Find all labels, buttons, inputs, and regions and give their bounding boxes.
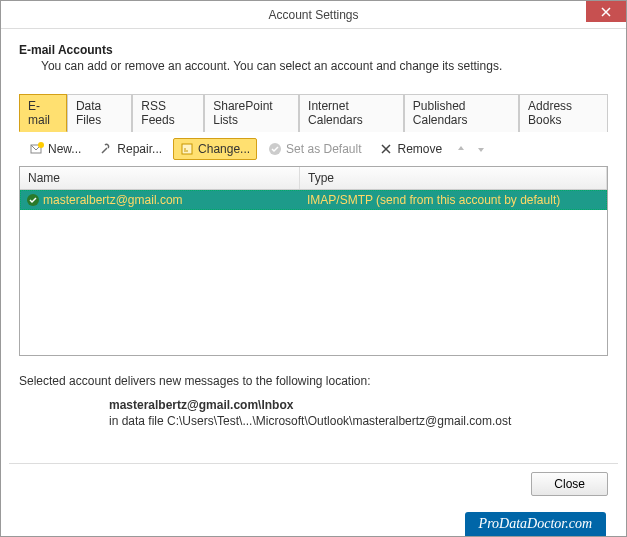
delivery-section: Selected account delivers new messages t… [19,374,608,428]
tabs-bar: E-mail Data Files RSS Feeds SharePoint L… [19,93,608,132]
set-default-button: Set as Default [261,138,368,160]
delivery-datafile: in data file C:\Users\Test\...\Microsoft… [109,414,608,428]
repair-icon [99,142,113,156]
account-name: masteralbertz@gmail.com [43,193,183,207]
new-button[interactable]: New... [23,138,88,160]
svg-rect-2 [182,144,192,154]
tab-address-books[interactable]: Address Books [519,94,608,132]
change-label: Change... [198,142,250,156]
cell-type: IMAP/SMTP (send from this account by def… [301,193,606,207]
column-name[interactable]: Name [20,167,300,189]
toolbar: New... Repair... Change... Set as Defaul… [19,132,608,166]
footer: Close [531,472,608,496]
set-default-label: Set as Default [286,142,361,156]
svg-point-1 [38,142,44,148]
remove-icon [379,142,393,156]
table-header: Name Type [20,167,607,190]
tab-email[interactable]: E-mail [19,94,67,132]
titlebar: Account Settings [1,1,626,29]
move-down-button [473,141,489,157]
delivery-location: masteralbertz@gmail.com\Inbox [109,398,608,412]
check-icon [268,142,282,156]
new-label: New... [48,142,81,156]
window-close-button[interactable] [586,1,626,22]
divider [9,463,618,464]
window-title: Account Settings [1,8,626,22]
repair-label: Repair... [117,142,162,156]
default-check-icon [27,194,39,206]
new-icon [30,142,44,156]
repair-button[interactable]: Repair... [92,138,169,160]
tab-sharepoint-lists[interactable]: SharePoint Lists [204,94,299,132]
move-up-button [453,141,469,157]
change-button[interactable]: Change... [173,138,257,160]
delivery-intro: Selected account delivers new messages t… [19,374,608,388]
account-settings-window: Account Settings E-mail Accounts You can… [0,0,627,537]
tab-rss-feeds[interactable]: RSS Feeds [132,94,204,132]
tab-internet-calendars[interactable]: Internet Calendars [299,94,404,132]
section-title: E-mail Accounts [19,43,608,57]
cell-name: masteralbertz@gmail.com [21,193,301,207]
remove-label: Remove [397,142,442,156]
column-type[interactable]: Type [300,167,607,189]
section-description: You can add or remove an account. You ca… [41,59,608,73]
close-button[interactable]: Close [531,472,608,496]
close-icon [601,7,611,17]
tab-published-calendars[interactable]: Published Calendars [404,94,519,132]
content-area: E-mail Accounts You can add or remove an… [1,29,626,438]
change-icon [180,142,194,156]
accounts-table: Name Type masteralbertz@gmail.com IMAP/S… [19,166,608,356]
remove-button[interactable]: Remove [372,138,449,160]
watermark: ProDataDoctor.com [465,512,606,536]
tab-data-files[interactable]: Data Files [67,94,132,132]
table-row[interactable]: masteralbertz@gmail.com IMAP/SMTP (send … [20,190,607,210]
